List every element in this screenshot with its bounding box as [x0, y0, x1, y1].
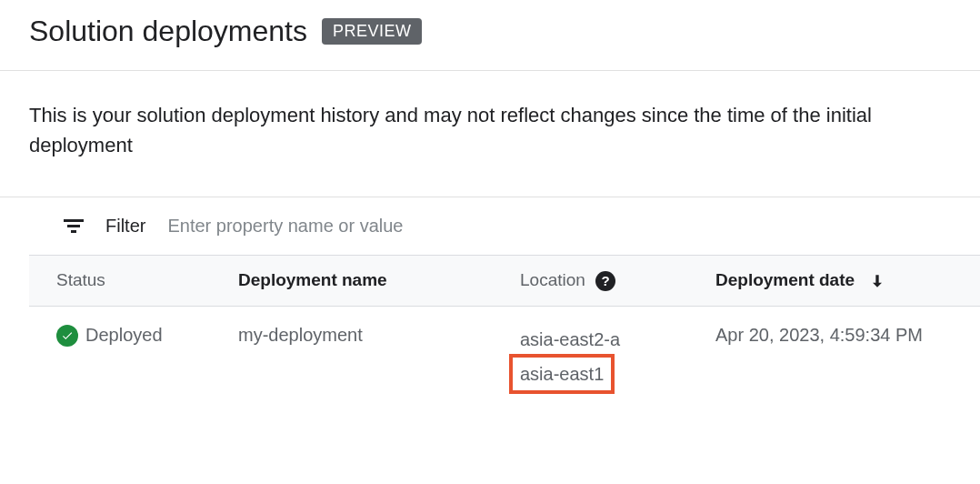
status-text: Deployed — [85, 325, 163, 346]
col-header-date[interactable]: Deployment date — [697, 256, 980, 307]
col-header-location-label: Location — [520, 270, 585, 289]
preview-badge: PREVIEW — [322, 18, 423, 45]
filter-icon — [64, 219, 84, 233]
filter-label: Filter — [105, 216, 145, 237]
deployments-table: Status Deployment name Location ? Deploy… — [29, 255, 980, 412]
description-text: This is your solution deployment history… — [0, 71, 980, 197]
deployment-date: Apr 20, 2023, 4:59:34 PM — [697, 306, 980, 412]
location-value-2-highlighted: asia-east1 — [509, 354, 615, 394]
col-header-date-label: Deployment date — [715, 270, 855, 289]
col-header-name[interactable]: Deployment name — [220, 256, 502, 307]
help-icon[interactable]: ? — [595, 271, 615, 291]
deployment-name: my-deployment — [220, 306, 502, 412]
page-title: Solution deployments — [29, 15, 307, 48]
location-value-1: asia-east2-a — [520, 325, 679, 354]
filter-input[interactable] — [167, 216, 951, 237]
check-circle-icon — [56, 325, 78, 347]
table-row[interactable]: Deployed my-deployment asia-east2-a asia… — [29, 306, 980, 412]
sort-descending-icon — [868, 272, 886, 290]
filter-bar: Filter — [0, 197, 980, 255]
col-header-status[interactable]: Status — [29, 256, 220, 307]
col-header-location[interactable]: Location ? — [502, 256, 697, 307]
